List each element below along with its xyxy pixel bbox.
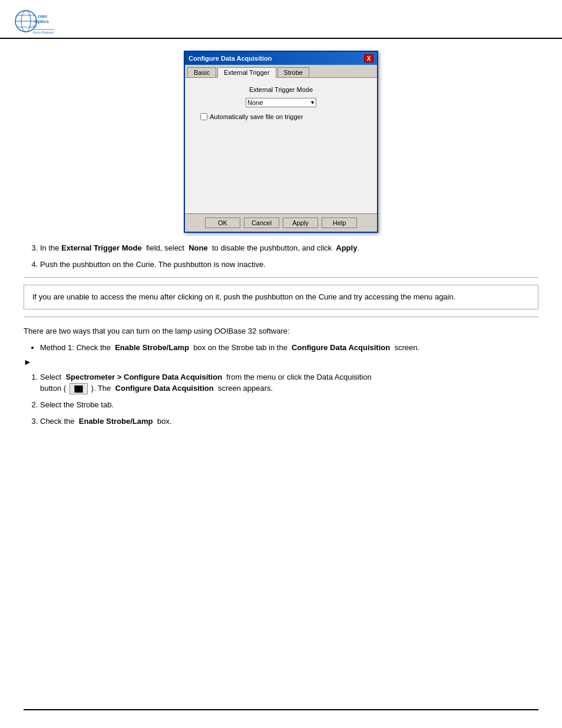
m1s1-prefix: Select xyxy=(40,373,61,381)
svg-text:Inc.: Inc. xyxy=(33,24,38,28)
m1s3-suffix: box. xyxy=(157,417,172,426)
m1s1-suffix: screen appears. xyxy=(218,384,273,393)
method1-step-1: Select Spectrometer > Configure Data Acq… xyxy=(40,371,538,395)
step3-click: Apply xyxy=(336,243,357,252)
step3-end: to disable the pushbutton, and click xyxy=(212,243,332,252)
dialog-wrapper: Configure Data Acquisition X Basic Exter… xyxy=(24,51,538,233)
tab-strobe[interactable]: Strobe xyxy=(277,67,309,77)
step-4: Push the pushbutton on the Curie. The pu… xyxy=(40,259,538,271)
dialog-title: Configure Data Acquisition xyxy=(189,55,272,62)
m1s3-prefix: Check the xyxy=(40,417,75,426)
step3-prefix: In the xyxy=(40,243,59,252)
auto-save-checkbox-row: Automatically save file on trigger xyxy=(194,113,368,120)
data-acquisition-icon: ▐█▌ xyxy=(70,383,88,394)
trigger-mode-select[interactable]: None Level Synchronization Edge xyxy=(246,98,316,107)
method1-field: Enable Strobe/Lamp xyxy=(115,343,189,352)
m1s1-menuitem: Spectrometer > Configure Data Acquisitio… xyxy=(65,373,222,381)
dialog-body: External Trigger Mode None Level Synchro… xyxy=(185,78,377,213)
svg-text:First in Photonics™: First in Photonics™ xyxy=(33,31,54,34)
divider-1 xyxy=(24,277,538,278)
svg-text:Optics: Optics xyxy=(34,19,49,24)
dialog-tabs: Basic External Trigger Strobe xyxy=(185,65,377,78)
help-button[interactable]: Help xyxy=(322,218,357,228)
method-1-item: Method 1: Check the Enable Strobe/Lamp b… xyxy=(40,342,538,354)
method1-step-3: Check the Enable Strobe/Lamp box. xyxy=(40,416,538,427)
method1-steps: Select Spectrometer > Configure Data Acq… xyxy=(24,371,538,427)
method1-step-2: Select the Strobe tab. xyxy=(40,399,538,411)
trigger-mode-dropdown-wrapper: None Level Synchronization Edge ▼ xyxy=(246,98,316,107)
dialog-titlebar: Configure Data Acquisition X xyxy=(185,52,377,65)
dialog-footer: OK Cancel Apply Help xyxy=(185,213,377,232)
dialog-close-button[interactable]: X xyxy=(364,54,373,62)
apply-button[interactable]: Apply xyxy=(283,218,318,228)
note-text: If you are unable to access the menu aft… xyxy=(32,292,455,301)
logo-container: cean Optics Inc. First in Photonics™ xyxy=(12,6,46,34)
external-trigger-mode-label: External Trigger Mode xyxy=(194,86,368,93)
logo-image: cean Optics Inc. First in Photonics™ xyxy=(12,6,46,34)
step3-field: External Trigger Mode xyxy=(61,243,142,252)
section-2: There are two ways that you can turn on … xyxy=(24,325,538,427)
configure-data-acquisition-dialog: Configure Data Acquisition X Basic Exter… xyxy=(184,51,378,233)
note-box: If you are unable to access the menu aft… xyxy=(24,285,538,309)
section2-intro: There are two ways that you can turn on … xyxy=(24,325,538,338)
cancel-button[interactable]: Cancel xyxy=(244,218,279,228)
svg-text:cean: cean xyxy=(38,14,47,18)
method1-screen: Configure Data Acquisition xyxy=(292,343,390,352)
step3-middle: field, select xyxy=(146,243,184,252)
tab-external-trigger[interactable]: External Trigger xyxy=(217,67,276,78)
auto-save-label: Automatically save file on trigger xyxy=(210,113,303,120)
trigger-mode-dropdown-row: None Level Synchronization Edge ▼ xyxy=(194,98,368,107)
tab-basic[interactable]: Basic xyxy=(187,67,216,77)
procedure-arrow: ► xyxy=(24,357,538,367)
step-3: In the External Trigger Mode field, sele… xyxy=(40,242,538,254)
method1-end: screen. xyxy=(394,343,419,352)
method-list: Method 1: Check the Enable Strobe/Lamp b… xyxy=(24,342,538,354)
m1s1-btn: button ( xyxy=(40,384,66,393)
m1s3-field: Enable Strobe/Lamp xyxy=(79,417,153,426)
step3-select: None xyxy=(189,243,208,252)
main-content: Configure Data Acquisition X Basic Exter… xyxy=(0,39,562,447)
footer-rule xyxy=(24,709,538,710)
page-header: cean Optics Inc. First in Photonics™ xyxy=(0,0,562,39)
m1s1-screen: Configure Data Acquisition xyxy=(115,384,214,393)
m1s1-suffix-prefix: ). The xyxy=(91,384,111,393)
ok-button[interactable]: OK xyxy=(205,218,240,228)
m1s1-middle: from the menu or click the Data Acquisit… xyxy=(226,373,371,381)
auto-save-checkbox[interactable] xyxy=(200,113,207,120)
divider-2 xyxy=(24,317,538,317)
method1-suffix: box on the Strobe tab in the xyxy=(193,343,287,352)
steps-list-3-4: In the External Trigger Mode field, sele… xyxy=(24,242,538,270)
method1-prefix: Method 1: Check the xyxy=(40,343,111,352)
